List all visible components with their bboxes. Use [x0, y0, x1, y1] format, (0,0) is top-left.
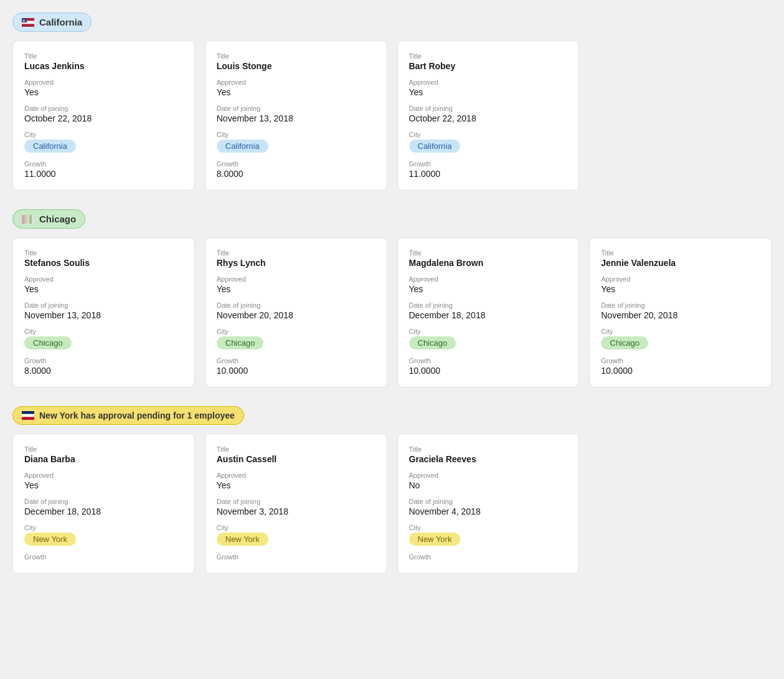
approved-label: Approved: [217, 472, 375, 479]
doj-label: Date of joining: [409, 105, 568, 112]
card-city-field: City New York: [24, 524, 183, 546]
title-value: Magdalena Brown: [409, 258, 568, 268]
card-city-field: City New York: [409, 524, 568, 546]
card: Title Lucas Jenkins Approved Yes Date of…: [12, 40, 195, 191]
title-value: Jennie Valenzuela: [601, 258, 760, 268]
card-approved-field: Approved Yes: [24, 78, 183, 97]
card-title-field: Title Diana Barba: [24, 445, 183, 464]
growth-value: 8.0000: [24, 366, 183, 376]
card-doj-field: Date of joining October 22, 2018: [24, 105, 183, 123]
approved-label: Approved: [409, 78, 568, 86]
growth-label: Growth: [409, 357, 568, 364]
title-value: Austin Cassell: [217, 454, 375, 464]
growth-label: Growth: [217, 160, 375, 168]
doj-value: November 4, 2018: [409, 506, 568, 516]
title-label: Title: [24, 52, 183, 60]
doj-label: Date of joining: [409, 498, 568, 505]
svg-rect-7: [22, 215, 24, 224]
approved-value: Yes: [409, 284, 568, 294]
card-city-field: City Chicago: [24, 328, 183, 349]
card: Title Louis Stonge Approved Yes Date of …: [205, 40, 387, 191]
doj-value: November 13, 2018: [217, 113, 375, 123]
card-approved-field: Approved Yes: [24, 275, 183, 294]
growth-label: Growth: [409, 160, 568, 168]
card-approved-field: Approved Yes: [409, 78, 568, 97]
doj-value: November 13, 2018: [24, 310, 183, 320]
card-approved-field: Approved Yes: [217, 472, 375, 490]
card-title-field: Title Rhys Lynch: [217, 249, 375, 268]
doj-value: November 3, 2018: [217, 506, 375, 516]
city-badge: Chicago: [24, 336, 72, 349]
card-title-field: Title Graciela Reeves: [409, 445, 568, 464]
card-approved-field: Approved Yes: [217, 78, 375, 97]
approved-value: Yes: [24, 480, 183, 490]
title-label: Title: [217, 445, 375, 453]
card: Title Stefanos Soulis Approved Yes Date …: [12, 237, 195, 387]
flag-icon-newyork: [22, 411, 34, 420]
approved-value: Yes: [409, 87, 568, 97]
title-label: Title: [217, 249, 375, 257]
approved-label: Approved: [217, 78, 375, 86]
card-growth-field: Growth 11.0000: [409, 160, 568, 179]
title-label: Title: [409, 445, 568, 453]
flag-icon-chicago: [22, 215, 34, 224]
approved-label: Approved: [24, 472, 183, 479]
title-label: Title: [24, 249, 183, 257]
city-label: City: [409, 328, 568, 335]
approved-label: Approved: [409, 275, 568, 283]
card-growth-field: Growth 10.0000: [217, 357, 375, 376]
card-approved-field: Approved No: [409, 472, 568, 490]
flag-icon-california: ★: [22, 18, 34, 27]
section-chicago: Chicago Title Stefanos Soulis Approved Y…: [12, 209, 772, 387]
approved-value: No: [409, 480, 568, 490]
growth-value: 11.0000: [409, 169, 568, 179]
title-value: Graciela Reeves: [409, 454, 568, 464]
doj-label: Date of joining: [24, 302, 183, 309]
card-title-field: Title Louis Stonge: [217, 52, 375, 71]
doj-value: December 18, 2018: [24, 506, 183, 516]
city-badge: Chicago: [409, 336, 456, 349]
card-city-field: City Chicago: [217, 328, 375, 349]
title-value: Bart Robey: [409, 61, 568, 71]
card-city-field: City California: [24, 131, 183, 153]
card-city-field: City New York: [217, 524, 375, 546]
doj-label: Date of joining: [24, 105, 183, 112]
city-label: City: [409, 524, 568, 531]
city-label: City: [24, 328, 183, 335]
cards-grid-california: Title Lucas Jenkins Approved Yes Date of…: [12, 40, 772, 191]
city-label: City: [409, 131, 568, 138]
title-label: Title: [601, 249, 760, 257]
card: Title Jennie Valenzuela Approved Yes Dat…: [589, 237, 772, 387]
section-header-california: ★California: [12, 12, 92, 32]
svg-rect-3: [22, 24, 34, 27]
approved-value: Yes: [24, 87, 183, 97]
doj-label: Date of joining: [217, 498, 375, 505]
doj-label: Date of joining: [409, 302, 568, 309]
doj-value: October 22, 2018: [24, 113, 183, 123]
growth-label: Growth: [409, 553, 568, 561]
doj-value: December 18, 2018: [409, 310, 568, 320]
section-newyork: New York has approval pending for 1 empl…: [12, 406, 772, 574]
card-growth-field: Growth: [217, 553, 375, 562]
title-value: Stefanos Soulis: [24, 258, 183, 268]
city-label: City: [24, 131, 183, 138]
card-doj-field: Date of joining November 13, 2018: [217, 105, 375, 123]
title-value: Diana Barba: [24, 454, 183, 464]
card-doj-field: Date of joining December 18, 2018: [24, 498, 183, 516]
city-label: City: [601, 328, 760, 335]
card-city-field: City Chicago: [601, 328, 760, 349]
title-label: Title: [217, 52, 375, 60]
card-doj-field: Date of joining November 3, 2018: [217, 498, 375, 516]
title-label: Title: [409, 249, 568, 257]
svg-rect-13: [22, 417, 34, 420]
section-header-chicago: Chicago: [12, 209, 85, 229]
city-label: City: [24, 524, 183, 531]
card-title-field: Title Lucas Jenkins: [24, 52, 183, 71]
growth-label: Growth: [217, 553, 375, 561]
approved-value: Yes: [24, 284, 183, 294]
section-header-newyork: New York has approval pending for 1 empl…: [12, 406, 244, 425]
card-doj-field: Date of joining December 18, 2018: [409, 302, 568, 320]
city-badge: California: [24, 140, 76, 153]
card: Title Diana Barba Approved Yes Date of j…: [12, 434, 195, 574]
cards-grid-chicago: Title Stefanos Soulis Approved Yes Date …: [12, 237, 772, 387]
